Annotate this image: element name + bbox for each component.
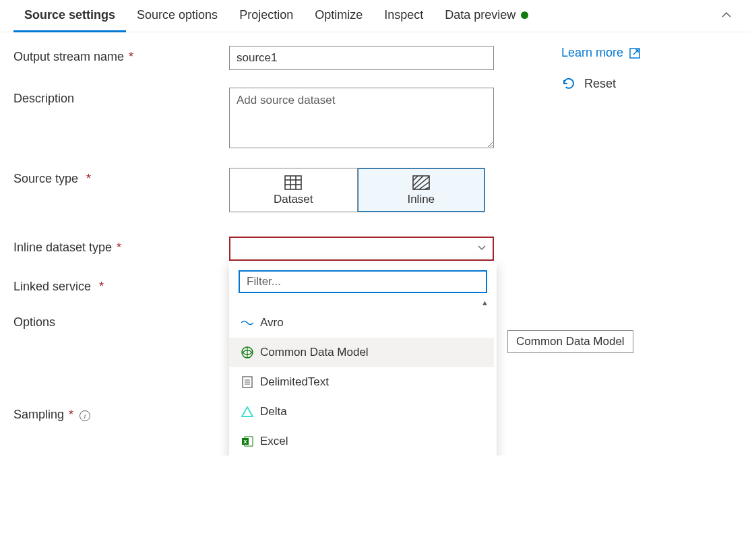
cdm-icon — [241, 346, 253, 359]
delta-icon — [241, 406, 253, 418]
option-common-data-model[interactable]: Common Data Model — [229, 338, 494, 367]
row-source-type: Source type * Dataset Inline — [13, 168, 528, 212]
option-label: Common Data Model — [260, 346, 369, 359]
svg-text:X: X — [243, 439, 247, 445]
reset-icon — [561, 76, 576, 91]
toggle-inline[interactable]: Inline — [358, 168, 485, 212]
option-excel[interactable]: X Excel — [229, 427, 494, 456]
tooltip: Common Data Model — [507, 330, 633, 353]
tab-label: Inspect — [384, 8, 423, 22]
tab-label: Source options — [137, 8, 218, 22]
tab-inspect[interactable]: Inspect — [373, 0, 434, 32]
inline-dataset-type-label: Inline dataset type * — [13, 237, 229, 255]
avro-icon — [241, 317, 253, 329]
option-label: Avro — [260, 316, 284, 330]
description-input[interactable] — [229, 88, 494, 148]
linked-service-label: Linked service * — [13, 276, 229, 294]
table-icon — [284, 175, 302, 190]
option-delta[interactable]: Delta — [229, 397, 494, 427]
info-icon[interactable]: i — [80, 410, 90, 421]
dropdown-filter-input[interactable] — [239, 270, 487, 293]
tab-optimize[interactable]: Optimize — [304, 0, 373, 32]
option-label: DelimitedText — [260, 375, 329, 389]
dropdown-list[interactable]: Avro Common Data Model DelimitedText — [229, 308, 497, 456]
source-type-label: Source type * — [13, 168, 229, 186]
tab-strip: Source settings Source options Projectio… — [0, 0, 750, 32]
tab-label: Source settings — [24, 8, 115, 22]
description-label: Description — [13, 88, 229, 106]
delimited-icon — [241, 376, 253, 388]
reset-button[interactable]: Reset — [561, 76, 737, 91]
tab-data-preview[interactable]: Data preview — [434, 0, 539, 32]
sampling-label: Sampling * i — [13, 404, 229, 422]
scroll-up-icon[interactable]: ▲ — [229, 297, 497, 308]
options-label: Options — [13, 311, 229, 330]
hatch-icon — [412, 175, 430, 190]
chevron-up-icon — [722, 10, 731, 20]
link-text: Learn more — [561, 46, 623, 60]
source-type-toggle: Dataset Inline — [229, 168, 485, 212]
output-stream-name-label: Output stream name * — [13, 46, 229, 64]
output-stream-name-input[interactable] — [229, 46, 494, 70]
tab-label: Data preview — [445, 8, 515, 22]
row-output-stream-name: Output stream name * — [13, 46, 528, 70]
svg-rect-0 — [285, 176, 301, 189]
tab-projection[interactable]: Projection — [228, 0, 304, 32]
toggle-label: Dataset — [274, 193, 313, 206]
toggle-label: Inline — [407, 193, 435, 206]
learn-more-link[interactable]: Learn more — [561, 46, 737, 60]
option-delimitedtext[interactable]: DelimitedText — [229, 367, 494, 397]
external-link-icon — [629, 47, 641, 59]
chevron-down-icon — [478, 243, 486, 254]
option-label: Delta — [260, 405, 287, 418]
excel-icon: X — [241, 435, 253, 447]
tab-source-options[interactable]: Source options — [126, 0, 228, 32]
reset-label: Reset — [584, 77, 616, 91]
option-avro[interactable]: Avro — [229, 308, 494, 338]
status-dot-icon — [521, 11, 528, 19]
option-label: Excel — [260, 435, 288, 448]
form-body: Output stream name * Description Source … — [0, 32, 750, 456]
toggle-dataset[interactable]: Dataset — [230, 168, 358, 212]
row-description: Description — [13, 88, 528, 150]
tab-label: Optimize — [315, 8, 363, 22]
tab-label: Projection — [239, 8, 293, 22]
collapse-toggle[interactable] — [716, 2, 737, 30]
inline-dataset-type-dropdown[interactable]: ▲ Avro Common Data Model — [229, 237, 494, 261]
tab-source-settings[interactable]: Source settings — [13, 0, 126, 32]
row-inline-dataset-type: Inline dataset type * ▲ Avro — [13, 237, 528, 261]
dropdown-panel: ▲ Avro Common Data Model — [229, 261, 497, 456]
